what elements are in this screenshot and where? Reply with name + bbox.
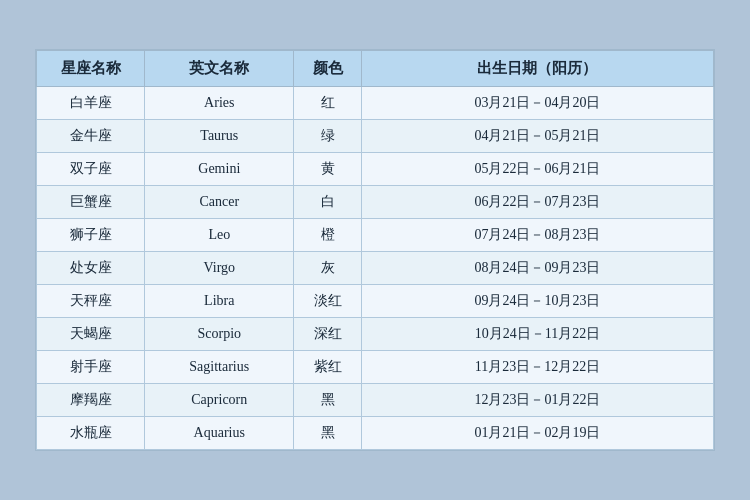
table-row: 处女座Virgo灰08月24日－09月23日 bbox=[37, 252, 714, 285]
cell-english: Gemini bbox=[145, 153, 294, 186]
cell-chinese: 白羊座 bbox=[37, 87, 145, 120]
cell-color: 橙 bbox=[294, 219, 362, 252]
cell-color: 黄 bbox=[294, 153, 362, 186]
zodiac-table-container: 星座名称 英文名称 颜色 出生日期（阳历） 白羊座Aries红03月21日－04… bbox=[35, 49, 715, 451]
cell-date: 06月22日－07月23日 bbox=[361, 186, 713, 219]
cell-english: Leo bbox=[145, 219, 294, 252]
cell-color: 红 bbox=[294, 87, 362, 120]
header-english: 英文名称 bbox=[145, 51, 294, 87]
header-color: 颜色 bbox=[294, 51, 362, 87]
table-row: 摩羯座Capricorn黑12月23日－01月22日 bbox=[37, 384, 714, 417]
cell-date: 05月22日－06月21日 bbox=[361, 153, 713, 186]
table-row: 狮子座Leo橙07月24日－08月23日 bbox=[37, 219, 714, 252]
header-chinese: 星座名称 bbox=[37, 51, 145, 87]
cell-color: 淡红 bbox=[294, 285, 362, 318]
cell-date: 07月24日－08月23日 bbox=[361, 219, 713, 252]
cell-english: Cancer bbox=[145, 186, 294, 219]
cell-color: 深红 bbox=[294, 318, 362, 351]
cell-chinese: 天秤座 bbox=[37, 285, 145, 318]
cell-chinese: 摩羯座 bbox=[37, 384, 145, 417]
cell-chinese: 狮子座 bbox=[37, 219, 145, 252]
zodiac-table: 星座名称 英文名称 颜色 出生日期（阳历） 白羊座Aries红03月21日－04… bbox=[36, 50, 714, 450]
table-row: 金牛座Taurus绿04月21日－05月21日 bbox=[37, 120, 714, 153]
table-row: 白羊座Aries红03月21日－04月20日 bbox=[37, 87, 714, 120]
cell-date: 01月21日－02月19日 bbox=[361, 417, 713, 450]
cell-chinese: 金牛座 bbox=[37, 120, 145, 153]
cell-english: Scorpio bbox=[145, 318, 294, 351]
table-row: 射手座Sagittarius紫红11月23日－12月22日 bbox=[37, 351, 714, 384]
cell-english: Virgo bbox=[145, 252, 294, 285]
cell-date: 03月21日－04月20日 bbox=[361, 87, 713, 120]
cell-color: 黑 bbox=[294, 417, 362, 450]
cell-date: 09月24日－10月23日 bbox=[361, 285, 713, 318]
cell-chinese: 处女座 bbox=[37, 252, 145, 285]
cell-color: 灰 bbox=[294, 252, 362, 285]
cell-english: Aquarius bbox=[145, 417, 294, 450]
cell-date: 04月21日－05月21日 bbox=[361, 120, 713, 153]
table-row: 双子座Gemini黄05月22日－06月21日 bbox=[37, 153, 714, 186]
cell-english: Aries bbox=[145, 87, 294, 120]
cell-chinese: 射手座 bbox=[37, 351, 145, 384]
cell-chinese: 双子座 bbox=[37, 153, 145, 186]
cell-chinese: 水瓶座 bbox=[37, 417, 145, 450]
cell-color: 紫红 bbox=[294, 351, 362, 384]
table-body: 白羊座Aries红03月21日－04月20日金牛座Taurus绿04月21日－0… bbox=[37, 87, 714, 450]
cell-date: 10月24日－11月22日 bbox=[361, 318, 713, 351]
cell-english: Capricorn bbox=[145, 384, 294, 417]
table-row: 天蝎座Scorpio深红10月24日－11月22日 bbox=[37, 318, 714, 351]
table-row: 天秤座Libra淡红09月24日－10月23日 bbox=[37, 285, 714, 318]
header-date: 出生日期（阳历） bbox=[361, 51, 713, 87]
table-header-row: 星座名称 英文名称 颜色 出生日期（阳历） bbox=[37, 51, 714, 87]
cell-english: Sagittarius bbox=[145, 351, 294, 384]
cell-color: 白 bbox=[294, 186, 362, 219]
table-row: 巨蟹座Cancer白06月22日－07月23日 bbox=[37, 186, 714, 219]
cell-chinese: 巨蟹座 bbox=[37, 186, 145, 219]
table-row: 水瓶座Aquarius黑01月21日－02月19日 bbox=[37, 417, 714, 450]
cell-chinese: 天蝎座 bbox=[37, 318, 145, 351]
cell-date: 08月24日－09月23日 bbox=[361, 252, 713, 285]
cell-color: 绿 bbox=[294, 120, 362, 153]
cell-english: Libra bbox=[145, 285, 294, 318]
cell-date: 12月23日－01月22日 bbox=[361, 384, 713, 417]
cell-date: 11月23日－12月22日 bbox=[361, 351, 713, 384]
cell-english: Taurus bbox=[145, 120, 294, 153]
cell-color: 黑 bbox=[294, 384, 362, 417]
